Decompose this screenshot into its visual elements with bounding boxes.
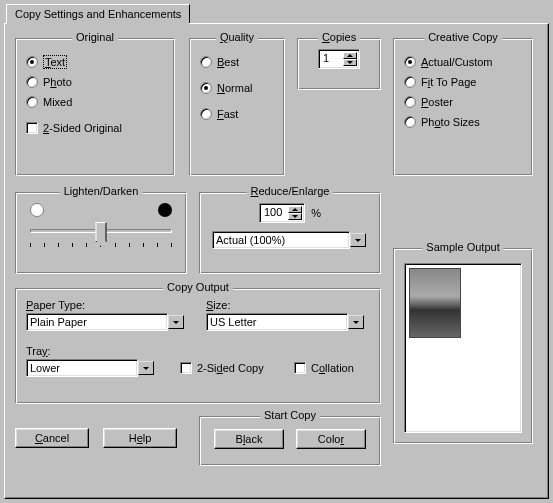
copies-value: 1 — [319, 50, 341, 68]
darken-icon — [158, 203, 172, 217]
group-copies: Copies 1 — [297, 38, 381, 90]
radio-label-photo: Photo — [43, 76, 72, 88]
radio-label-best: Best — [217, 56, 239, 68]
radio-quality-normal[interactable]: Normal — [200, 81, 274, 95]
radio-label-text: Text — [43, 55, 67, 69]
dropdown-button[interactable] — [138, 361, 154, 375]
group-creative-title: Creative Copy — [424, 31, 502, 43]
group-copy-output: Copy Output Paper Type: Plain Paper Size… — [15, 288, 381, 404]
radio-icon — [404, 116, 416, 128]
radio-icon — [404, 76, 416, 88]
chevron-down-icon — [173, 321, 179, 324]
group-quality: Quality Best Normal Fast — [189, 38, 285, 176]
paper-type-label: Paper Type: — [26, 299, 186, 311]
check-two-sided-original[interactable]: 2-Sided Original — [26, 121, 164, 135]
radio-creative-poster[interactable]: Poster — [404, 95, 522, 109]
chevron-down-icon — [353, 321, 359, 324]
check-collation[interactable]: Collation — [294, 361, 354, 375]
reduce-spinner[interactable]: 100 — [259, 203, 305, 223]
size-dropdown[interactable]: US Letter — [206, 313, 366, 331]
radio-label-actual: Actual/Custom — [421, 56, 493, 68]
check-label-collation: Collation — [311, 362, 354, 374]
cancel-button[interactable]: Cancel — [15, 428, 89, 448]
chevron-down-icon — [355, 239, 361, 242]
spin-down-button[interactable] — [343, 59, 357, 66]
tray-dropdown[interactable]: Lower — [26, 359, 156, 377]
dropdown-button[interactable] — [350, 233, 366, 247]
group-start-copy: Start Copy Black Color — [199, 416, 381, 466]
reduce-value: 100 — [260, 204, 286, 222]
spin-up-button[interactable] — [343, 52, 357, 59]
group-output-title: Copy Output — [163, 281, 233, 293]
chevron-up-icon — [347, 54, 353, 57]
radio-icon — [200, 82, 212, 94]
radio-creative-fit[interactable]: Fit To Page — [404, 75, 522, 89]
slider-thumb[interactable] — [96, 222, 107, 242]
group-reduce-enlarge: Reduce/Enlarge 100 % Actual (100%) — [199, 192, 381, 274]
spin-buttons — [288, 206, 302, 220]
group-lighten-darken: Lighten/Darken — [15, 192, 187, 274]
help-button[interactable]: Help — [103, 428, 177, 448]
tray-value: Lower — [26, 359, 138, 377]
size-label: Size: — [206, 299, 366, 311]
radio-icon — [200, 108, 212, 120]
radio-creative-actual[interactable]: Actual/Custom — [404, 55, 522, 69]
radio-icon — [26, 76, 38, 88]
spin-down-button[interactable] — [288, 213, 302, 220]
radio-icon — [404, 56, 416, 68]
radio-original-text[interactable]: Text — [26, 55, 164, 69]
radio-original-photo[interactable]: Photo — [26, 75, 164, 89]
dropdown-button[interactable] — [168, 315, 184, 329]
tray-label: Tray: — [26, 345, 156, 357]
radio-label-poster: Poster — [421, 96, 453, 108]
radio-quality-fast[interactable]: Fast — [200, 107, 274, 121]
size-value: US Letter — [206, 313, 348, 331]
radio-icon — [404, 96, 416, 108]
group-reduce-title: Reduce/Enlarge — [247, 185, 334, 197]
sample-image — [409, 268, 461, 338]
chevron-down-icon — [143, 367, 149, 370]
radio-label-normal: Normal — [217, 82, 252, 94]
chevron-down-icon — [347, 61, 353, 64]
radio-original-mixed[interactable]: Mixed — [26, 95, 164, 109]
reduce-preset-dropdown[interactable]: Actual (100%) — [212, 231, 368, 249]
tab-container: Copy Settings and Enhancements Original … — [4, 4, 549, 499]
radio-icon — [200, 56, 212, 68]
group-sample-output: Sample Output — [393, 248, 533, 444]
check-two-sided-copy[interactable]: 2-Sided Copy — [180, 361, 264, 375]
color-button[interactable]: Color — [296, 429, 366, 449]
chevron-up-icon — [292, 208, 298, 211]
checkbox-icon — [26, 122, 38, 134]
dropdown-button[interactable] — [348, 315, 364, 329]
checkbox-icon — [294, 362, 306, 374]
percent-label: % — [311, 207, 321, 219]
group-sample-title: Sample Output — [422, 241, 503, 253]
paper-type-dropdown[interactable]: Plain Paper — [26, 313, 186, 331]
group-original-title: Original — [72, 31, 118, 43]
paper-type-value: Plain Paper — [26, 313, 168, 331]
black-button[interactable]: Black — [214, 429, 284, 449]
radio-label-fast: Fast — [217, 108, 238, 120]
tab-copy-settings[interactable]: Copy Settings and Enhancements — [6, 4, 190, 23]
radio-icon — [26, 56, 38, 68]
group-original: Original Text Photo Mixed — [15, 38, 175, 176]
group-start-title: Start Copy — [260, 409, 320, 421]
copies-spinner[interactable]: 1 — [318, 49, 360, 69]
lighten-slider[interactable] — [30, 229, 172, 233]
radio-quality-best[interactable]: Best — [200, 55, 274, 69]
radio-icon — [26, 96, 38, 108]
radio-label-photo-sizes: Photo Sizes — [421, 116, 480, 128]
radio-creative-photo-sizes[interactable]: Photo Sizes — [404, 115, 522, 129]
checkbox-icon — [180, 362, 192, 374]
check-label-two-sided-copy: 2-Sided Copy — [197, 362, 264, 374]
reduce-preset-value: Actual (100%) — [212, 231, 350, 249]
group-copies-title: Copies — [318, 31, 360, 43]
group-creative-copy: Creative Copy Actual/Custom Fit To Page … — [393, 38, 533, 176]
radio-label-fit: Fit To Page — [421, 76, 476, 88]
tab-body: Original Text Photo Mixed — [4, 23, 549, 499]
check-label-two-sided-original: 2-Sided Original — [43, 122, 122, 134]
settings-window: Copy Settings and Enhancements Original … — [0, 0, 553, 503]
tab-label: Copy Settings and Enhancements — [15, 8, 181, 20]
spin-up-button[interactable] — [288, 206, 302, 213]
lighten-icon — [30, 203, 44, 217]
